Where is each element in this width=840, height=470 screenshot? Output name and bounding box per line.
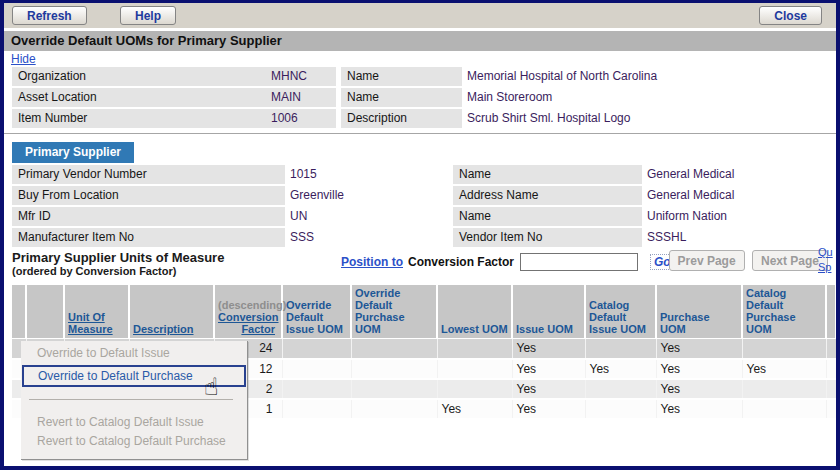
col-lowest-uom: Lowest UOM (437, 285, 512, 339)
col-catalog-default-issue-uom: Catalog Default Issue UOM (585, 285, 656, 339)
field-value: Greenville (285, 186, 445, 205)
clipped-link-1[interactable]: Qu (818, 245, 840, 260)
cell-override-purchase (351, 399, 437, 419)
field-label: Name (341, 67, 462, 86)
sort-unit-of-measure-link[interactable]: Unit Of Measure (68, 311, 113, 335)
cell-override-purchase (351, 379, 437, 399)
spare-column-header (826, 285, 836, 339)
sort-direction-note: (descending) (218, 299, 275, 311)
cell-catalog-issue (585, 379, 656, 399)
field-value: UN (285, 207, 445, 226)
spare-cell (826, 399, 836, 419)
col-override-default-purchase-uom: Override Default Purchase UOM (351, 285, 437, 339)
next-page-button[interactable]: Next Page (752, 250, 828, 271)
menu-separator (29, 399, 233, 400)
cell-lowest (437, 359, 512, 379)
cell-purchase: Yes (656, 359, 742, 379)
field-value: MHNC (266, 67, 336, 86)
tab-primary-supplier[interactable]: Primary Supplier (12, 142, 134, 163)
field-label: Primary Vendor Number (12, 165, 285, 184)
row-indicator-header (12, 285, 26, 339)
sort-conversion-factor-link[interactable]: Conversion Factor (218, 311, 279, 335)
item-info-section: Organization MHNC Name Memorial Hospital… (4, 67, 836, 128)
position-to-link[interactable]: Position to (341, 255, 403, 269)
field-label: Vendor Item No (453, 228, 642, 247)
field-row: Mfr ID UN Name Uniform Nation (12, 207, 836, 226)
field-value: SSS (285, 228, 445, 247)
spare-cell (826, 339, 836, 359)
position-field-label: Conversion Factor (408, 255, 514, 269)
cell-catalog-purchase (742, 379, 826, 399)
field-label: Name (453, 165, 642, 184)
cell-catalog-issue (585, 399, 656, 419)
position-to-input[interactable] (520, 253, 638, 271)
field-label: Manufacturer Item No (12, 228, 285, 247)
field-label: Name (453, 207, 642, 226)
sort-description-link[interactable]: Description (133, 323, 194, 335)
field-value: MAIN (266, 88, 336, 107)
field-row: Manufacturer Item No SSS Vendor Item No … (12, 228, 836, 247)
cell-purchase: Yes (656, 399, 742, 419)
field-value: 1015 (285, 165, 445, 184)
field-value: Memorial Hospital of North Carolina (462, 67, 836, 86)
spare-cell (826, 379, 836, 399)
col-purchase-uom: Purchase UOM (656, 285, 742, 339)
cell-override-issue (282, 379, 351, 399)
menu-item-revert-catalog-default-purchase[interactable]: Revert to Catalog Default Purchase (21, 432, 247, 451)
hand-cursor-icon: ☝ (204, 373, 219, 401)
help-button[interactable]: Help (120, 6, 176, 25)
cell-override-issue (282, 399, 351, 419)
col-description: Description (129, 285, 214, 339)
application-window: Refresh Help Close Override Default UOMs… (0, 0, 840, 470)
menu-item-override-default-issue[interactable]: Override to Default Issue (21, 341, 247, 365)
menu-column-header (26, 285, 64, 339)
field-row: Buy From Location Greenville Address Nam… (12, 186, 836, 205)
cell-override-issue (282, 339, 351, 359)
cell-purchase: Yes (656, 339, 742, 359)
field-row: Asset Location MAIN Name Main Storeroom (12, 88, 836, 107)
cell-catalog-issue (585, 339, 656, 359)
col-conversion-factor: (descending)Conversion Factor (214, 285, 282, 339)
col-issue-uom: Issue UOM (512, 285, 585, 339)
field-value: 1006 (266, 109, 336, 128)
cell-issue: Yes (512, 399, 585, 419)
prev-page-button[interactable]: Prev Page (669, 250, 745, 271)
col-unit-of-measure: Unit Of Measure (64, 285, 129, 339)
section-divider (4, 133, 836, 135)
field-value: SSSHL (642, 228, 836, 247)
hide-link[interactable]: Hide (11, 52, 36, 66)
col-catalog-default-purchase-uom: Catalog Default Purchase UOM (742, 285, 826, 339)
field-label: Address Name (453, 186, 642, 205)
cell-catalog-purchase: Yes (742, 359, 826, 379)
uom-table-caption: Primary Supplier Units of Measure (order… (12, 250, 836, 285)
cell-override-purchase (351, 339, 437, 359)
field-row: Organization MHNC Name Memorial Hospital… (12, 67, 836, 86)
field-label: Name (341, 88, 462, 107)
field-value: General Medical (642, 165, 836, 184)
field-label: Asset Location (12, 88, 266, 107)
field-row: Primary Vendor Number 1015 Name General … (12, 165, 836, 184)
field-label: Description (341, 109, 462, 128)
page-title: Override Default UOMs for Primary Suppli… (4, 31, 836, 51)
cell-catalog-issue: Yes (585, 359, 656, 379)
menu-item-revert-catalog-default-issue[interactable]: Revert to Catalog Default Issue (21, 413, 247, 432)
spare-cell (826, 359, 836, 379)
field-value: Scrub Shirt Sml. Hospital Logo (462, 109, 836, 128)
refresh-button[interactable]: Refresh (12, 6, 87, 25)
field-row: Item Number 1006 Description Scrub Shirt… (12, 109, 836, 128)
cell-issue: Yes (512, 379, 585, 399)
toolbar: Refresh Help Close (4, 3, 836, 28)
close-button[interactable]: Close (759, 6, 822, 25)
field-label: Mfr ID (12, 207, 285, 226)
cell-lowest (437, 379, 512, 399)
cell-catalog-purchase (742, 339, 826, 359)
clipped-link-2[interactable]: Sp (818, 260, 840, 275)
field-value: Uniform Nation (642, 207, 836, 226)
cell-lowest: Yes (437, 399, 512, 419)
cell-issue: Yes (512, 339, 585, 359)
field-label: Buy From Location (12, 186, 285, 205)
cell-purchase: Yes (656, 379, 742, 399)
cell-issue: Yes (512, 359, 585, 379)
col-override-default-issue-uom: Override Default Issue UOM (282, 285, 351, 339)
field-label: Item Number (12, 109, 266, 128)
